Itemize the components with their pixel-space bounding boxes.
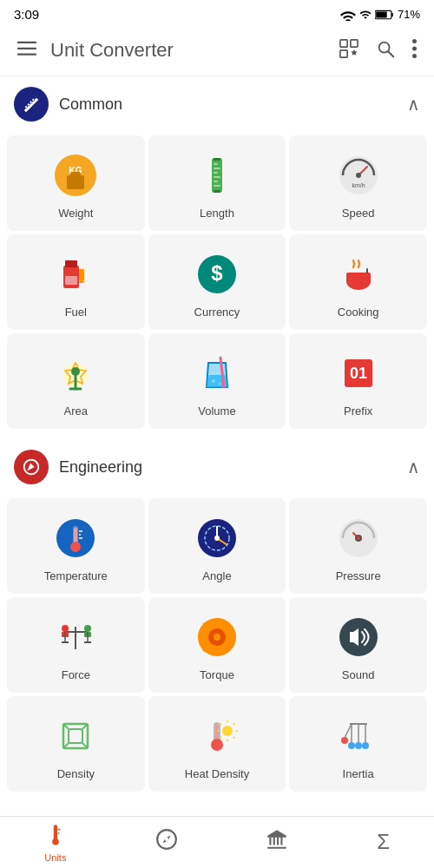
svg-rect-51 [74,528,77,543]
temperature-label: Temperature [44,569,108,582]
bottom-navigation: Units Σ [0,816,434,868]
svg-point-11 [412,39,417,43]
inertia-icon [334,712,383,760]
area-icon [51,349,100,398]
sound-label: Sound [342,668,375,681]
density-item[interactable]: Density [7,696,145,792]
svg-rect-32 [65,260,77,267]
svg-rect-20 [214,163,218,165]
status-bar: 3:09 71% [0,0,434,25]
prefix-label: Prefix [344,404,372,418]
torque-item[interactable]: Torque [148,597,286,693]
engineering-section-icon [14,450,49,484]
svg-rect-4 [17,48,36,49]
common-section-title: Common [59,95,407,114]
engineering-section-chevron[interactable]: ∧ [407,457,420,477]
pressure-label: Pressure [336,569,381,582]
length-label: Length [200,207,234,220]
pressure-item[interactable]: Pressure [289,498,427,594]
nav-museum-icon [266,828,288,856]
volume-item[interactable]: Volume [148,333,286,429]
svg-point-64 [357,536,360,540]
svg-rect-24 [214,181,218,182]
more-options-button[interactable] [405,32,424,69]
svg-rect-6 [340,40,347,47]
speed-item[interactable]: km/h Speed [289,135,427,231]
weight-item[interactable]: KG Weight [7,135,145,231]
battery-percent: 71% [398,8,420,21]
search-button[interactable] [369,32,402,69]
nav-units[interactable]: Units [30,819,81,866]
svg-rect-26 [214,190,220,193]
cooking-item[interactable]: Cooking [289,234,427,330]
svg-point-97 [211,739,223,751]
svg-point-29 [356,173,361,178]
svg-rect-25 [214,185,220,187]
svg-line-10 [388,51,393,56]
torque-icon [193,613,241,661]
grid-favorites-button[interactable] [332,32,365,69]
battery-icon [375,10,394,20]
area-item[interactable]: Area [7,333,145,429]
nav-sigma[interactable]: Σ [363,828,404,858]
cooking-label: Cooking [338,306,379,319]
common-grid: KG Weight [0,132,434,432]
nav-explore[interactable] [141,825,192,861]
heat-density-icon [193,712,241,760]
inertia-item[interactable]: Inertia [289,696,427,792]
svg-line-104 [233,737,235,739]
svg-rect-35 [79,280,84,283]
pressure-icon [334,514,383,562]
more-options-icon [412,39,417,58]
svg-rect-19 [214,158,220,161]
wifi-icon [340,9,356,21]
sound-icon [334,613,383,661]
prefix-item[interactable]: 01 Prefix [289,333,427,429]
prefix-icon: 01 [334,349,383,398]
search-icon [376,39,395,58]
svg-point-77 [214,634,220,641]
sound-item[interactable]: Sound [289,597,427,693]
menu-button[interactable] [10,34,43,67]
svg-rect-36 [65,276,77,285]
svg-rect-16 [67,175,84,189]
currency-icon: $ [193,250,241,299]
svg-point-69 [84,625,91,632]
nav-explore-icon [155,828,178,856]
heat-density-label: Heat Density [185,767,249,780]
svg-point-111 [348,742,355,749]
volume-label: Volume [198,404,235,418]
svg-rect-21 [214,168,220,169]
svg-point-67 [62,625,69,632]
nav-museum[interactable] [252,825,302,861]
svg-line-103 [220,723,221,725]
speed-icon: km/h [334,151,383,200]
svg-text:01: 01 [350,365,367,382]
app-header: Unit Converter [0,25,434,76]
svg-text:$: $ [211,261,223,285]
engineering-section-header[interactable]: Engineering ∧ [0,439,434,495]
area-label: Area [64,404,88,418]
length-icon [193,151,241,200]
heat-density-item[interactable]: Heat Density [148,696,286,792]
svg-rect-7 [351,40,358,47]
svg-point-122 [165,837,168,840]
angle-item[interactable]: Angle [148,498,286,594]
temperature-item[interactable]: Temperature [7,498,145,594]
svg-rect-17 [70,172,81,177]
nav-units-icon [44,823,67,851]
common-section-header[interactable]: Common ∧ [0,76,434,132]
inertia-label: Inertia [343,767,374,780]
currency-item[interactable]: $ Currency [148,234,286,330]
angle-label: Angle [202,569,231,582]
fuel-item[interactable]: Fuel [7,234,145,330]
force-item[interactable]: Force [7,597,145,693]
common-section-chevron[interactable]: ∧ [407,94,420,115]
svg-rect-90 [69,729,82,743]
svg-point-60 [214,536,220,541]
status-time: 3:09 [14,7,39,22]
svg-rect-23 [214,176,220,178]
svg-rect-33 [79,269,84,272]
length-item[interactable]: Length [148,135,286,231]
ruler-icon [22,95,41,114]
